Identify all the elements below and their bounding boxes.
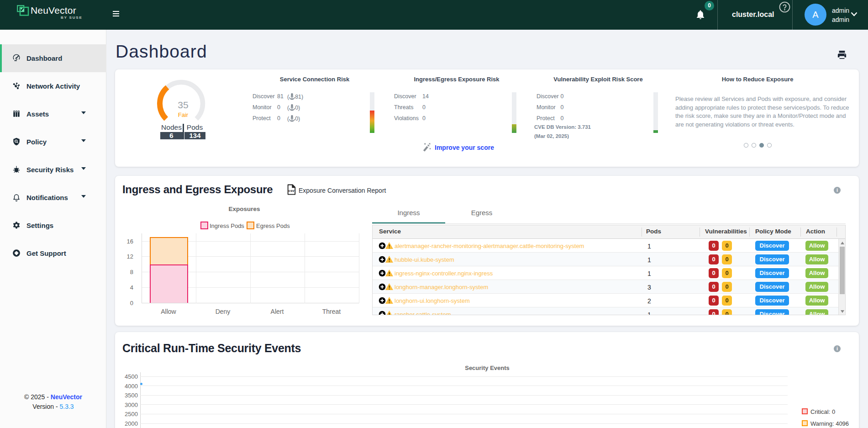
svg-text:csv: csv [289,189,295,193]
